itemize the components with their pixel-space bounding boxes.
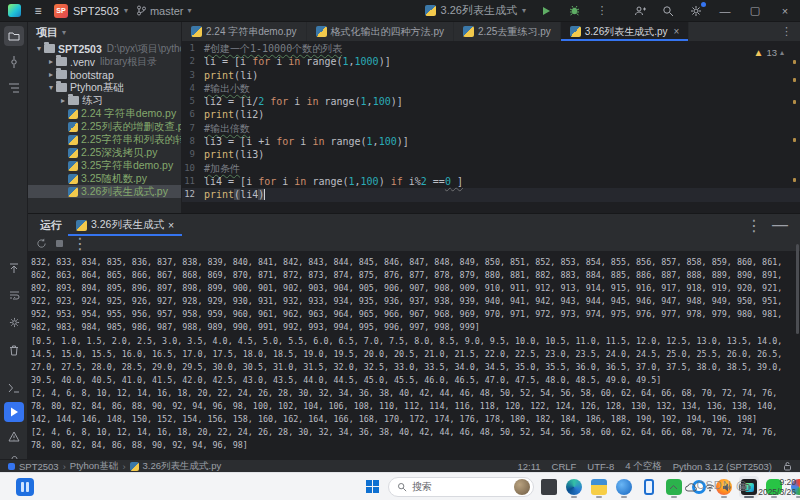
project-tool-window-button[interactable] — [4, 26, 24, 46]
code-line: 9print(li3) — [182, 148, 800, 161]
branch-widget[interactable]: master ▾ — [136, 5, 192, 17]
structure-tool-window-button[interactable] — [4, 78, 24, 98]
file-explorer-icon[interactable] — [589, 476, 609, 498]
scroll-to-top-button[interactable] — [4, 258, 24, 278]
close-icon[interactable]: × — [168, 219, 174, 231]
tree-chevron-icon[interactable]: ▾ — [46, 83, 56, 92]
taskbar-search-box[interactable]: 搜索 — [388, 477, 534, 497]
run-tool-window-button[interactable] — [4, 402, 24, 422]
interpreter-indicator[interactable]: Python 3.12 (SPT2503) — [673, 461, 772, 472]
tray-expand-icon[interactable] — [669, 484, 678, 490]
run-toolbar-more-button[interactable]: ⋮ — [72, 234, 88, 253]
arrow-up-icon — [9, 263, 19, 274]
indent-indicator[interactable]: 4 个空格 — [625, 460, 661, 473]
line-number: 7 — [182, 122, 204, 135]
dark-app-icon[interactable] — [539, 476, 559, 498]
run-button[interactable] — [538, 3, 554, 19]
editor-tab[interactable]: 3.26列表生成式.py× — [561, 22, 690, 41]
run-configuration-selector[interactable]: 3.26列表生成式 ▾ — [425, 3, 526, 18]
clear-console-button[interactable] — [4, 340, 24, 360]
edge-browser-icon[interactable] — [564, 476, 584, 498]
bug-icon — [569, 5, 580, 16]
line-number: 2 — [182, 55, 204, 68]
warning-icon: ▲ — [754, 46, 764, 59]
tabs-more-button[interactable]: ⋮ — [773, 22, 800, 41]
maximize-button[interactable]: ▢ — [746, 4, 764, 17]
code-editor[interactable]: 1#创建一个1-10000个数的列表2li = [i for i in rang… — [182, 42, 800, 212]
terminal-tool-window-button[interactable] — [4, 378, 24, 398]
project-panel-header[interactable]: 项目 ▾ — [28, 22, 181, 42]
problems-tool-window-button[interactable] — [4, 426, 24, 446]
tree-item[interactable]: 3.26列表生成式.py — [28, 185, 181, 198]
encoding-indicator[interactable]: UTF-8 — [587, 461, 614, 472]
terminal-icon — [8, 383, 20, 393]
run-console-output[interactable]: 832, 833, 834, 835, 836, 837, 838, 839, … — [28, 252, 800, 460]
rerun-icon[interactable] — [36, 238, 47, 249]
tree-item[interactable]: 2.25字符串和列表的转换.py — [28, 133, 181, 146]
run-tab[interactable]: 3.26列表生成式 × — [68, 214, 182, 236]
editor-tab[interactable]: 格式化输出的四种方法.py — [307, 22, 454, 41]
chevron-down-icon: ▾ — [62, 28, 66, 37]
close-button[interactable]: × — [776, 5, 794, 17]
tree-item[interactable]: 2.24 字符串demo.py — [28, 107, 181, 120]
close-icon[interactable]: × — [674, 26, 680, 37]
error-stripe[interactable] — [793, 60, 796, 200]
breadcrumb-project[interactable]: SPT2503 — [19, 461, 59, 472]
console-output-line: 832, 833, 834, 835, 836, 837, 838, 839, … — [31, 256, 792, 269]
cloud-icon[interactable] — [685, 483, 698, 492]
run-panel-options-button[interactable]: ⋮ — [746, 216, 762, 235]
widgets-icon[interactable] — [16, 478, 34, 496]
speaker-icon[interactable] — [722, 483, 732, 492]
tree-item[interactable]: ▾Ptyhon基础 — [28, 81, 181, 94]
search-highlight-image[interactable] — [514, 479, 530, 495]
editor-tab[interactable]: 2.24 字符串demo.py — [182, 22, 307, 41]
windows-taskbar: 搜索 9:20 2025/3/26 CSDN @ — [0, 472, 800, 500]
tree-item[interactable]: 3.25字符串demo.py — [28, 159, 181, 172]
tree-item[interactable]: 2.25列表的增删改查.py — [28, 120, 181, 133]
windows-start-button[interactable] — [363, 476, 383, 498]
tree-chevron-icon[interactable]: ▾ — [34, 44, 44, 53]
code-text: li2 = [i/2 for i in range(1,100)] — [204, 95, 403, 108]
commit-tool-window-button[interactable] — [4, 52, 24, 72]
breadcrumb-file[interactable]: 3.26列表生成式.py — [143, 460, 222, 473]
code-line: 6print(li2) — [182, 108, 800, 121]
search-everywhere-button[interactable] — [660, 3, 676, 19]
code-text: li4 = [i for i in range(1,100) if i%2 ==… — [204, 175, 463, 188]
network-icon[interactable] — [705, 483, 715, 492]
tree-chevron-icon[interactable]: ▸ — [46, 57, 56, 66]
tree-item-label: SPT2503 — [58, 43, 102, 55]
blue-browser-icon[interactable] — [614, 476, 634, 498]
tree-item[interactable]: ▸练习 — [28, 94, 181, 107]
editor-tab[interactable]: 2.25去重练习.py — [454, 22, 561, 41]
console-settings-button[interactable] — [4, 312, 24, 332]
tree-item[interactable]: ▸bootstrap — [28, 68, 181, 81]
tree-item[interactable]: 2.25深浅拷贝.py — [28, 146, 181, 159]
project-widget[interactable]: SP SPT2503 ▾ — [54, 4, 128, 18]
battery-icon[interactable] — [739, 484, 751, 491]
phone-link-icon[interactable] — [639, 476, 659, 498]
breadcrumb-folder[interactable]: Ptyhon基础 — [70, 460, 119, 473]
code-with-me-button[interactable] — [632, 3, 648, 19]
hide-panel-button[interactable]: — — [772, 216, 788, 234]
python-file-icon — [570, 26, 581, 37]
soft-wrap-button[interactable] — [4, 285, 24, 305]
tree-chevron-icon[interactable]: ▸ — [46, 70, 56, 79]
console-scrollbar[interactable] — [796, 244, 799, 334]
tree-item[interactable]: ▾SPT2503D:\pyx\项目\python\myflask — [28, 42, 181, 55]
stop-icon[interactable] — [55, 239, 64, 248]
tree-item[interactable]: 3.25随机数.py — [28, 172, 181, 185]
python-file-icon — [191, 26, 202, 37]
main-menu-icon[interactable]: ≡ — [30, 3, 46, 19]
debug-button[interactable] — [566, 3, 582, 19]
lock-icon[interactable] — [783, 461, 792, 471]
more-actions-button[interactable]: ⋮ — [594, 3, 610, 19]
run-toolbar: ⋮ — [28, 236, 800, 252]
tree-item[interactable]: ▸.venvlibrary根目录 — [28, 55, 181, 68]
tree-chevron-icon[interactable]: ▸ — [58, 96, 68, 105]
settings-button[interactable] — [688, 3, 704, 19]
caret-position[interactable]: 12:11 — [517, 461, 540, 472]
taskbar-clock[interactable]: 9:20 2025/3/26 — [758, 477, 796, 497]
inspections-widget[interactable]: ▲ 13 ▴ — [754, 46, 785, 59]
minimize-button[interactable]: — — [716, 5, 734, 17]
line-ending-indicator[interactable]: CRLF — [552, 461, 577, 472]
